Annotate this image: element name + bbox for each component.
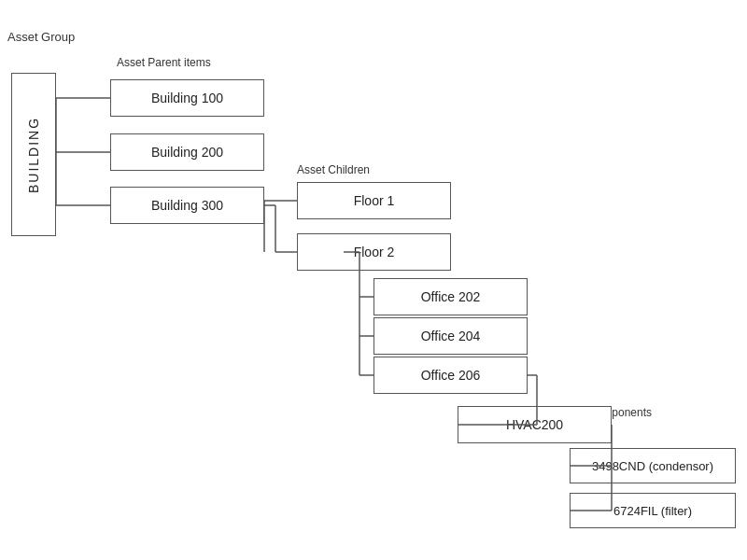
asset-children-label: Asset Children xyxy=(297,163,370,176)
building-100-box: Building 100 xyxy=(110,79,264,117)
office-202-box: Office 202 xyxy=(374,278,528,315)
floor-2-box: Floor 2 xyxy=(297,233,451,271)
asset-parent-label: Asset Parent items xyxy=(117,56,211,69)
office-204-box: Office 204 xyxy=(374,317,528,355)
diagram: Asset Group Asset Parent items Asset Chi… xyxy=(0,0,747,560)
asset-group-label: Asset Group xyxy=(7,30,75,44)
building-200-box: Building 200 xyxy=(110,133,264,171)
hvac200-box: HVAC200 xyxy=(458,406,612,443)
building-300-box: Building 300 xyxy=(110,187,264,224)
comp-2-box: 6724FIL (filter) xyxy=(570,493,736,528)
building-group-box: BUILDING xyxy=(11,73,56,236)
comp-1-box: 3498CND (condensor) xyxy=(570,448,736,483)
office-206-box: Office 206 xyxy=(374,357,528,394)
floor-1-box: Floor 1 xyxy=(297,182,451,219)
